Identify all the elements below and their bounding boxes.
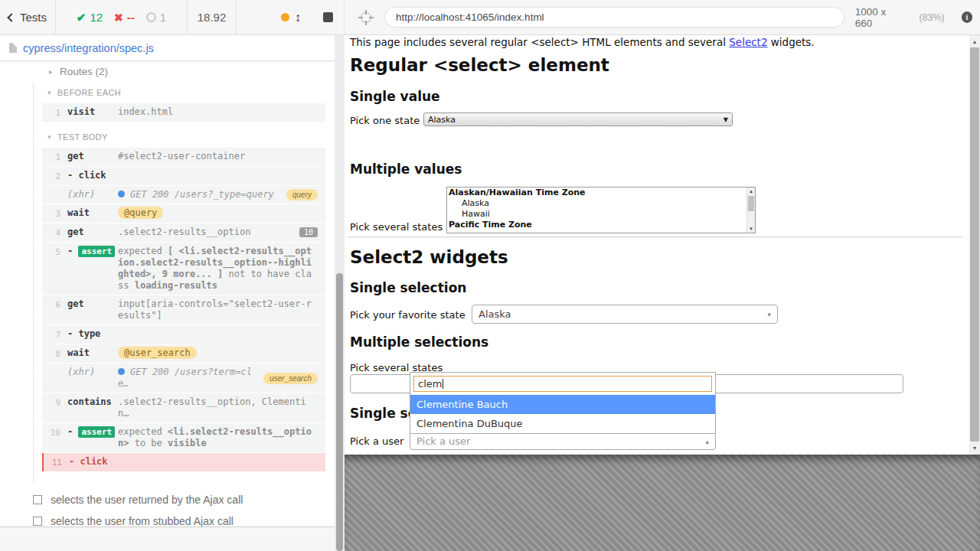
spec-file-link[interactable]: cypress/integration/spec.js <box>23 42 154 54</box>
pending-circle-icon <box>146 12 156 22</box>
command-message <box>118 170 318 182</box>
aut-scrollbar-thumb[interactable] <box>970 47 979 442</box>
url-bar[interactable]: http://localhost:41065/index.html <box>384 7 844 28</box>
before-each-header[interactable]: ▾ BEFORE EACH <box>0 86 335 99</box>
command-row[interactable]: 2- click <box>42 167 325 185</box>
select2-arrow-down-icon: ▾ <box>767 311 771 318</box>
select2-link[interactable]: Select2 <box>729 36 767 48</box>
command-message: .select2-results__option, Clementin… <box>118 396 318 419</box>
command-row[interactable]: 1get#select2-user-container <box>42 148 325 166</box>
selector-playground-icon[interactable] <box>358 10 374 25</box>
triangle-down-icon: ▾ <box>47 90 51 96</box>
command-number <box>42 189 67 201</box>
xhr-method-dot-icon <box>118 191 125 197</box>
test-body-header[interactable]: ▾ TEST BODY <box>0 130 335 144</box>
command-row[interactable]: 3wait@query <box>42 204 325 223</box>
assert-segment: loading-results <box>135 280 217 291</box>
auto-scroll-indicator-icon[interactable] <box>281 13 289 21</box>
pending-test[interactable]: selects the user returned by the Ajax ca… <box>0 489 335 510</box>
command-row[interactable]: 11- click <box>42 453 325 471</box>
state-select[interactable]: Alaska ▼ <box>423 112 733 126</box>
passed-count: 12 <box>90 11 103 24</box>
section-divider <box>348 236 962 238</box>
chevron-left-icon <box>7 13 15 21</box>
select2-search-input[interactable]: clem <box>413 376 712 392</box>
routes-collapsible[interactable]: ▸ Routes (2) <box>0 65 335 78</box>
command-row[interactable]: 6getinput[aria-controls="select2-user-re… <box>42 295 325 324</box>
intro-sentence: This page includes several regular <sele… <box>350 36 815 48</box>
command-row[interactable]: 7- type <box>42 325 325 344</box>
command-message: expected <li.select2-results__option> to… <box>118 426 318 449</box>
command-message: @user_search <box>118 347 318 360</box>
favorite-state-value: Alaska <box>479 308 511 320</box>
command-row[interactable]: 9contains.select2-results__option, Cleme… <box>42 393 325 422</box>
spec-header: cypress/integration/spec.js <box>0 35 335 61</box>
sidebar-footer <box>0 527 345 551</box>
scroll-down-icon[interactable]: ▾ <box>747 225 755 233</box>
stop-button[interactable] <box>323 12 333 22</box>
command-row[interactable]: 1visitindex.html <box>42 103 325 122</box>
command-number: 5 <box>42 246 67 292</box>
assert-segment: to be <box>129 438 168 448</box>
test-body-label: TEST BODY <box>57 132 108 142</box>
command-row[interactable]: (xhr)GET 200 /users?term=cle…user_search <box>42 364 325 393</box>
scroll-arrows-icon[interactable]: ↕ <box>295 11 301 24</box>
command-name: - click <box>67 170 118 182</box>
command-name: wait <box>67 347 118 360</box>
element-count-badge: 10 <box>299 227 318 237</box>
command-name: - click <box>69 456 119 468</box>
test-stats: ✔ 12 ✖ -- 1 <box>56 0 188 34</box>
scroll-up-icon[interactable]: ▴ <box>747 187 755 195</box>
pick-several-states-label: Pick several states <box>350 221 443 233</box>
sidebar-scrollbar[interactable] <box>335 35 345 551</box>
command-row[interactable]: 4get.select2-results__option10 <box>42 223 325 242</box>
select2-result-option[interactable]: Clementina DuBuque <box>410 414 715 433</box>
command-number: 11 <box>44 456 69 468</box>
command-message: index.html <box>118 106 318 119</box>
scroll-up-icon[interactable]: ▴ <box>969 35 980 47</box>
command-log: ▸ Routes (2) ▾ BEFORE EACH 1visitindex.h… <box>0 65 335 477</box>
xhr-request-text: GET 200 /users?_type=query <box>130 189 274 200</box>
command-name: get <box>67 227 118 239</box>
user-select2[interactable]: Pick a user ▴ <box>410 432 716 450</box>
command-number: 9 <box>42 396 67 419</box>
before-each-label: BEFORE EACH <box>57 88 121 97</box>
x-icon: ✖ <box>114 11 123 24</box>
select2-result-option[interactable]: Clementine Bauch <box>410 395 715 414</box>
scroll-down-icon[interactable]: ▾ <box>969 442 980 455</box>
command-message: expected [ <li.select2-results__option.s… <box>118 246 318 292</box>
command-name: - assert <box>67 246 118 292</box>
listbox-option[interactable]: Alaska <box>447 198 755 209</box>
favorite-state-select2[interactable]: Alaska ▾ <box>472 305 778 324</box>
alias-badge: @user_search <box>118 347 197 359</box>
command-message: .select2-results__option <box>118 227 295 239</box>
command-name: get <box>67 298 118 321</box>
listbox-scrollbar-thumb[interactable] <box>748 196 754 211</box>
back-to-tests-label: Tests <box>20 11 47 24</box>
command-name: visit <box>67 106 118 119</box>
user-select2-placeholder: Pick a user <box>416 435 470 447</box>
listbox-option[interactable]: Hawaii <box>447 209 755 220</box>
sidebar-scrollbar-thumb[interactable] <box>336 273 343 551</box>
assert-badge: assert <box>78 246 115 257</box>
viewport-scale: (83%) <box>919 12 944 23</box>
command-message: @query <box>118 207 318 220</box>
listbox-scrollbar[interactable]: ▴ ▾ <box>746 187 755 233</box>
command-row[interactable]: 10- assertexpected <li.select2-results__… <box>42 423 325 452</box>
command-number: 4 <box>42 227 67 239</box>
back-to-tests-button[interactable]: Tests <box>0 0 56 34</box>
states-multiselect-listbox[interactable]: Alaskan/Hawaiian Time ZoneAlaskaHawaiiPa… <box>446 187 756 233</box>
outside-viewport-area <box>345 455 980 551</box>
viewport-info-icon[interactable]: i <box>962 11 972 23</box>
command-row[interactable]: 8wait@user_search <box>42 344 325 363</box>
command-row[interactable]: (xhr)GET 200 /users?_type=queryquery <box>42 186 325 204</box>
test-duration: 18.92 <box>188 0 237 34</box>
pick-user-label: Pick a user <box>350 435 403 447</box>
command-row[interactable]: 5- assertexpected [ <li.select2-results_… <box>42 243 325 295</box>
command-number: 3 <box>42 207 67 220</box>
command-number: 7 <box>42 328 67 341</box>
command-message: GET 200 /users?term=cle… <box>118 367 259 390</box>
command-message <box>119 456 318 468</box>
xhr-request-text: GET 200 /users?term=cle… <box>118 367 252 389</box>
aut-scrollbar[interactable]: ▴ ▾ <box>969 35 980 455</box>
